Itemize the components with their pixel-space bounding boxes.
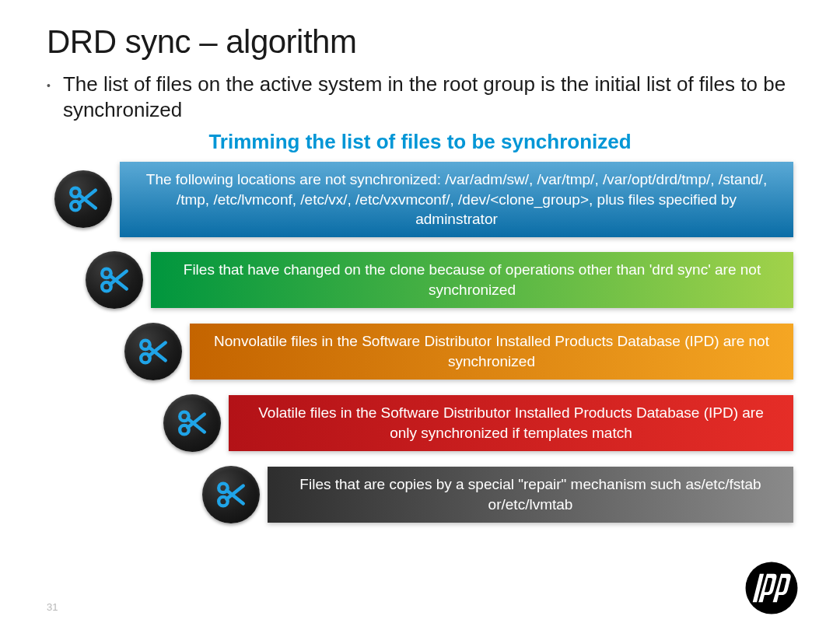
bar-row-3: Nonvolatile files in the Software Distri… [47, 323, 793, 380]
bullet-marker: • [47, 79, 51, 93]
bar-repair-copies: Files that are copies by a special "repa… [268, 467, 793, 522]
bar-locations-not-synced: The following locations are not synchron… [120, 162, 793, 237]
scissors-icon [54, 170, 112, 228]
bar-row-2: Files that have changed on the clone bec… [47, 251, 793, 309]
bar-nonvolatile-ipd: Nonvolatile files in the Software Distri… [190, 324, 793, 379]
hp-logo-icon [742, 558, 801, 618]
bar-volatile-ipd: Volatile files in the Software Distribut… [229, 395, 793, 450]
bar-row-5: Files that are copies by a special "repa… [47, 466, 793, 523]
bullet-point: • The list of files on the active system… [47, 72, 793, 122]
page-number: 31 [47, 601, 58, 613]
bar-row-1: The following locations are not synchron… [47, 162, 793, 237]
bullet-text: The list of files on the active system i… [63, 72, 793, 122]
scissors-icon [86, 251, 143, 309]
bar-changed-on-clone: Files that have changed on the clone bec… [151, 252, 793, 307]
slide-content: DRD sync – algorithm • The list of files… [0, 0, 840, 523]
scissors-icon [124, 323, 182, 380]
slide-title: DRD sync – algorithm [47, 23, 793, 61]
diagram-subtitle: Trimming the list of files to be synchro… [47, 130, 793, 154]
scissors-icon [163, 394, 221, 452]
scissors-icon [202, 466, 260, 523]
bar-row-4: Volatile files in the Software Distribut… [47, 394, 793, 452]
trimming-bars: The following locations are not synchron… [47, 162, 793, 523]
